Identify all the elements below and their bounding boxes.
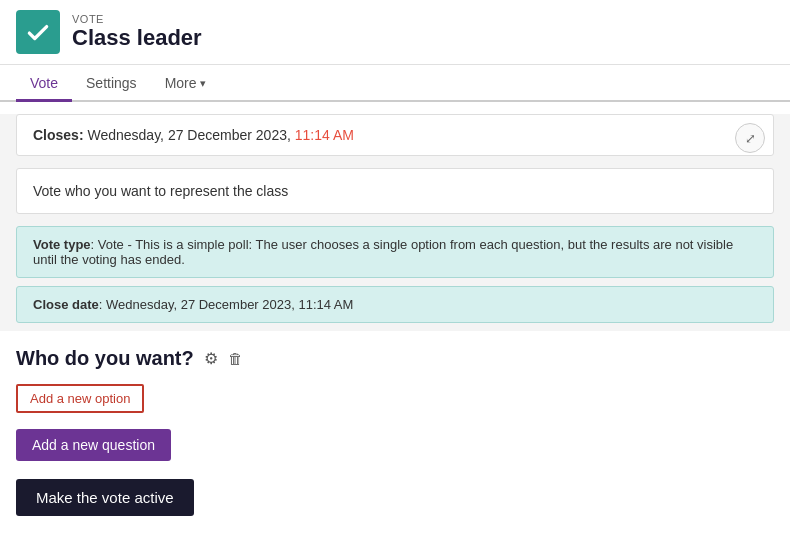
closes-time: 11:14 AM bbox=[295, 127, 354, 143]
vote-type-text: : Vote - This is a simple poll: The user… bbox=[33, 237, 733, 267]
close-date-label: Close date bbox=[33, 297, 99, 312]
closes-inner: Closes: Wednesday, 27 December 2023, 11:… bbox=[17, 115, 773, 155]
questions-section: Who do you want? ⚙ 🗑 Add a new option Ad… bbox=[0, 331, 790, 536]
content-area: Closes: Wednesday, 27 December 2023, 11:… bbox=[0, 114, 790, 536]
make-active-button[interactable]: Make the vote active bbox=[16, 479, 194, 516]
close-date-text: : Wednesday, 27 December 2023, 11:14 AM bbox=[99, 297, 354, 312]
checkmark-svg bbox=[25, 19, 51, 45]
closes-line: Closes: Wednesday, 27 December 2023, 11:… bbox=[33, 127, 354, 143]
tab-bar: Vote Settings More ▾ bbox=[0, 65, 790, 102]
closes-label: Closes: bbox=[33, 127, 84, 143]
vote-type-box: Vote type: Vote - This is a simple poll:… bbox=[16, 226, 774, 278]
chevron-down-icon: ▾ bbox=[200, 77, 206, 90]
button-row: Add a new option Add a new question Make… bbox=[16, 384, 774, 516]
tab-vote[interactable]: Vote bbox=[16, 65, 72, 102]
gear-icon[interactable]: ⚙ bbox=[204, 349, 218, 368]
tab-more[interactable]: More ▾ bbox=[151, 65, 220, 102]
description-box: Vote who you want to represent the class bbox=[16, 168, 774, 214]
add-question-button[interactable]: Add a new question bbox=[16, 429, 171, 461]
question-header: Who do you want? ⚙ 🗑 bbox=[16, 347, 774, 370]
tab-settings[interactable]: Settings bbox=[72, 65, 151, 102]
vote-label: VOTE bbox=[72, 13, 202, 25]
vote-type-label: Vote type bbox=[33, 237, 91, 252]
expand-icon: ⤢ bbox=[745, 131, 756, 146]
tab-more-label: More bbox=[165, 75, 197, 91]
closes-date: Wednesday, 27 December 2023, bbox=[87, 127, 290, 143]
trash-icon[interactable]: 🗑 bbox=[228, 350, 243, 367]
header-text-block: VOTE Class leader bbox=[72, 13, 202, 51]
page-header: VOTE Class leader bbox=[0, 0, 790, 65]
question-title: Who do you want? bbox=[16, 347, 194, 370]
vote-icon bbox=[16, 10, 60, 54]
description-text: Vote who you want to represent the class bbox=[33, 183, 288, 199]
closes-info-box: Closes: Wednesday, 27 December 2023, 11:… bbox=[16, 114, 774, 156]
page-title: Class leader bbox=[72, 25, 202, 51]
add-option-button[interactable]: Add a new option bbox=[16, 384, 144, 413]
close-date-box: Close date: Wednesday, 27 December 2023,… bbox=[16, 286, 774, 323]
expand-button[interactable]: ⤢ bbox=[735, 123, 765, 153]
